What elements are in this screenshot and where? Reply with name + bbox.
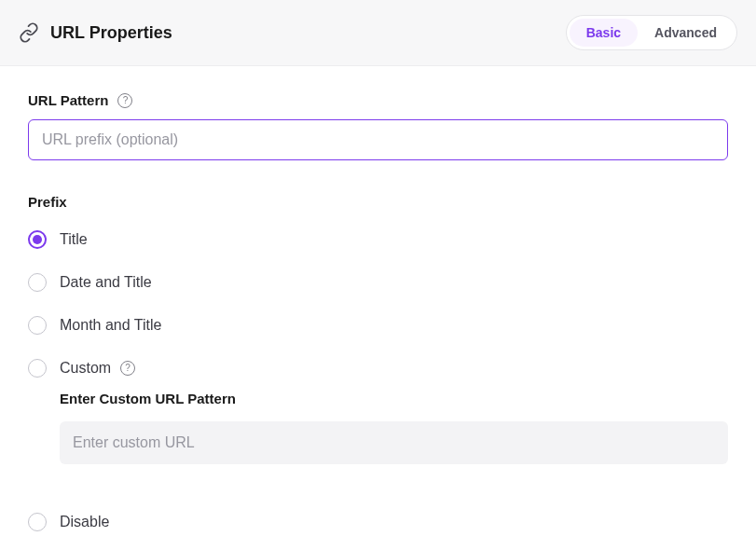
radio-label-row: Custom ? <box>60 360 135 377</box>
radio-option-disable[interactable]: Disable <box>28 513 728 531</box>
url-pattern-label-row: URL Pattern ? <box>28 92 728 108</box>
url-prefix-input[interactable] <box>28 119 728 160</box>
radio-circle-icon <box>28 513 47 531</box>
radio-option-custom-container: Custom ? Enter Custom URL Pattern <box>28 359 728 464</box>
radio-option-date-title[interactable]: Date and Title <box>28 273 728 292</box>
prefix-section-label: Prefix <box>28 194 728 210</box>
help-icon[interactable]: ? <box>117 93 132 108</box>
custom-url-section: Enter Custom URL Pattern <box>60 391 728 464</box>
tab-basic[interactable]: Basic <box>570 19 638 47</box>
tab-advanced[interactable]: Advanced <box>638 19 734 47</box>
header-left: URL Properties <box>19 22 172 43</box>
radio-circle-icon <box>28 230 47 249</box>
help-icon[interactable]: ? <box>120 361 135 376</box>
radio-dot-icon <box>33 235 42 244</box>
page-title: URL Properties <box>50 23 172 43</box>
radio-circle-icon <box>28 273 47 292</box>
link-icon <box>19 22 39 43</box>
custom-url-label: Enter Custom URL Pattern <box>60 391 728 406</box>
radio-label: Title <box>60 231 88 248</box>
radio-circle-icon <box>28 359 47 378</box>
radio-option-custom[interactable]: Custom ? <box>28 359 728 378</box>
radio-option-month-title[interactable]: Month and Title <box>28 316 728 335</box>
url-pattern-label: URL Pattern <box>28 92 108 108</box>
radio-circle-icon <box>28 316 47 335</box>
radio-option-title[interactable]: Title <box>28 230 728 249</box>
radio-label: Disable <box>60 514 109 530</box>
content-area: URL Pattern ? Prefix Title Date and Titl… <box>0 66 756 550</box>
prefix-radio-group: Title Date and Title Month and Title Cus… <box>28 230 728 531</box>
radio-label: Date and Title <box>60 274 152 291</box>
radio-label: Custom <box>60 360 111 377</box>
radio-label: Month and Title <box>60 317 161 334</box>
page-header: URL Properties Basic Advanced <box>0 0 756 66</box>
custom-url-input[interactable] <box>60 421 728 464</box>
tab-switcher: Basic Advanced <box>566 15 737 50</box>
